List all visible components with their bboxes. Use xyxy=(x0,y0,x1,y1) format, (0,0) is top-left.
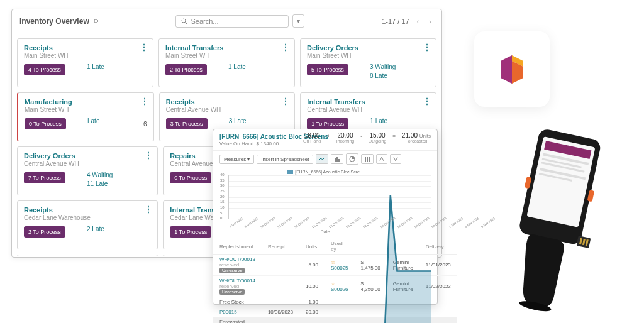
card-menu-icon[interactable]: ⋮ xyxy=(145,151,152,160)
card-warehouse: Main Street WH xyxy=(24,52,147,59)
chart-legend: [FURN_6666] Acoustic Bloc Scre... xyxy=(219,170,431,174)
pager-prev[interactable]: ‹ xyxy=(414,16,422,26)
gear-icon[interactable]: ⚙ xyxy=(93,18,99,25)
insert-spreadsheet-button[interactable]: Insert in Spreadsheet xyxy=(257,155,313,164)
forecast-chart: [FURN_6666] Acoustic Bloc Scre... 051015… xyxy=(213,167,437,236)
card-title: Delivery Orders xyxy=(24,152,151,160)
svg-marker-9 xyxy=(229,195,431,323)
forecast-panel: [FURN_6666] Acoustic Bloc Screens Value … xyxy=(213,129,438,305)
to-process-button[interactable]: 3 To Process xyxy=(166,118,208,129)
card-status[interactable]: Late xyxy=(87,117,99,126)
card-title: Receipts xyxy=(166,98,289,106)
chart-type-line-icon[interactable] xyxy=(316,154,328,164)
operation-card[interactable]: ⋮ReceiptsMain Street WH4 To Process1 Lat… xyxy=(17,38,153,87)
card-status[interactable]: 1 Late xyxy=(228,63,246,72)
stat-onhand[interactable]: 16.00On Hand xyxy=(303,132,321,143)
pager-text: 1-17 / 17 xyxy=(382,18,409,25)
chart-type-stacked-icon[interactable] xyxy=(361,154,374,164)
svg-point-0 xyxy=(182,19,186,23)
svg-rect-2 xyxy=(335,158,336,162)
svg-rect-7 xyxy=(367,157,368,162)
operation-card[interactable]: ⋮ManufacturingMain Street WH0 To Process… xyxy=(17,92,154,141)
card-warehouse: Main Street WH xyxy=(25,106,147,113)
operation-card[interactable]: ⋮ReceiptsCedar Lane Warehouse2 To Proces… xyxy=(17,200,158,249)
card-menu-icon[interactable]: ⋮ xyxy=(141,97,148,106)
topbar: Inventory Overview ⚙ Search... ▾ 1-17 / … xyxy=(12,9,441,33)
card-status[interactable]: 3 Late xyxy=(229,117,247,126)
card-menu-icon[interactable]: ⋮ xyxy=(423,43,431,52)
stat-forecast[interactable]: 21.00 UnitsForecasted xyxy=(402,132,431,143)
to-process-button[interactable]: 1 To Process xyxy=(307,118,348,129)
card-title: Internal Transfers xyxy=(307,98,430,106)
to-process-button[interactable]: 0 To Process xyxy=(170,172,211,183)
operation-card[interactable]: ⋮Pack xyxy=(17,255,158,256)
operation-card[interactable]: ⋮Internal TransfersMain Street WH2 To Pr… xyxy=(158,38,295,87)
to-process-button[interactable]: 4 To Process xyxy=(24,64,65,75)
operation-card[interactable]: ⋮Delivery OrdersMain Street WH5 To Proce… xyxy=(300,38,436,87)
page-title: Inventory Overview xyxy=(19,17,89,26)
chart-toolbar: Measures ▾ Insert in Spreadsheet xyxy=(213,151,437,167)
plus-icon: + xyxy=(327,132,330,139)
chart-type-bar-icon[interactable] xyxy=(331,154,343,164)
card-status[interactable]: 1 Late xyxy=(370,117,387,126)
card-title: Delivery Orders xyxy=(307,44,430,52)
stat-incoming[interactable]: 20.00Incoming xyxy=(336,132,354,143)
chart-plot-area[interactable]: 0510152025303540 xyxy=(228,175,431,219)
card-menu-icon[interactable]: ⋮ xyxy=(282,97,289,106)
card-warehouse: Central Avenue WH xyxy=(166,106,289,113)
card-count: 6 xyxy=(143,121,147,128)
filter-dropdown[interactable]: ▾ xyxy=(292,14,304,28)
card-warehouse: Main Street WH xyxy=(307,52,430,59)
card-menu-icon[interactable]: ⋮ xyxy=(140,43,148,52)
card-warehouse: Main Street WH xyxy=(165,52,288,59)
stat-outgoing[interactable]: 15.00Outgoing xyxy=(369,132,386,143)
card-status[interactable]: 2 Late xyxy=(87,225,104,234)
minus-icon: - xyxy=(360,132,362,139)
svg-rect-4 xyxy=(338,159,340,162)
svg-rect-6 xyxy=(365,157,366,162)
search-input[interactable]: Search... xyxy=(175,15,289,28)
card-status[interactable]: 1 Late xyxy=(87,63,104,72)
to-process-button[interactable]: 1 To Process xyxy=(170,226,211,238)
card-menu-icon[interactable]: ⋮ xyxy=(282,43,289,52)
chart-type-pie-icon[interactable] xyxy=(346,153,358,165)
card-warehouse: Central Avenue WH xyxy=(24,160,151,167)
measures-button[interactable]: Measures ▾ xyxy=(219,155,254,164)
card-menu-icon[interactable]: ⋮ xyxy=(423,97,431,106)
to-process-button[interactable]: 2 To Process xyxy=(24,226,65,238)
stock-stats: 16.00On Hand + 20.00Incoming - 15.00Outg… xyxy=(303,132,431,143)
svg-line-1 xyxy=(186,22,187,24)
card-title: Receipts xyxy=(24,44,147,52)
pager: 1-17 / 17 ‹ › xyxy=(382,16,434,26)
svg-rect-3 xyxy=(336,157,338,162)
card-status[interactable]: 4 Waiting11 Late xyxy=(87,171,113,189)
pager-next[interactable]: › xyxy=(426,16,434,26)
to-process-button[interactable]: 7 To Process xyxy=(24,172,65,183)
sort-asc-icon[interactable] xyxy=(376,154,387,164)
to-process-button[interactable]: 0 To Process xyxy=(25,118,66,129)
card-title: Manufacturing xyxy=(25,98,147,106)
card-menu-icon[interactable]: ⋮ xyxy=(145,205,152,214)
forecast-header: [FURN_6666] Acoustic Bloc Screens Value … xyxy=(213,129,437,151)
operation-card[interactable]: ⋮Delivery OrdersCentral Avenue WH7 To Pr… xyxy=(17,146,158,195)
to-process-button[interactable]: 2 To Process xyxy=(165,64,207,75)
svg-rect-8 xyxy=(369,157,370,162)
search-placeholder: Search... xyxy=(191,18,218,25)
card-status[interactable]: 3 Waiting8 Late xyxy=(370,63,396,80)
card-warehouse: Central Avenue WH xyxy=(307,106,430,113)
app-logo xyxy=(474,31,550,107)
card-title: Receipts xyxy=(24,206,151,214)
sort-desc-icon[interactable] xyxy=(390,154,401,164)
card-title: Internal Transfers xyxy=(165,44,288,52)
barcode-scanner-device xyxy=(487,126,613,314)
to-process-button[interactable]: 5 To Process xyxy=(307,64,348,75)
card-warehouse: Cedar Lane Warehouse xyxy=(24,214,151,221)
equals-icon: = xyxy=(392,132,396,139)
